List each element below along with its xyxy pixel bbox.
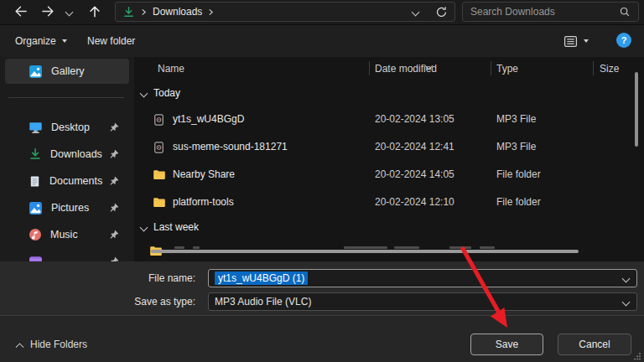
column-separator[interactable] [593, 61, 594, 75]
save-as-type-label: Save as type: [0, 292, 195, 311]
sidebar-divider [8, 97, 124, 98]
help-button[interactable]: ? [616, 33, 631, 48]
file-name: Nearby Share [173, 161, 235, 189]
refresh-icon[interactable] [435, 6, 448, 18]
column-header-date-modified[interactable]: Date modified [375, 57, 437, 80]
horizontal-scrollbar[interactable] [151, 250, 579, 253]
file-name-input[interactable]: yt1s_wU4BGgD (1) [208, 269, 637, 287]
content-area: Gallery Desktop Downloads [0, 57, 644, 261]
address-bar[interactable]: Downloads [115, 2, 455, 22]
change-view-button[interactable] [557, 31, 595, 51]
file-type: MP3 File [496, 106, 536, 133]
chevron-down-icon [65, 8, 73, 16]
up-icon [87, 4, 102, 19]
organize-button[interactable]: Organize [8, 31, 74, 51]
file-row[interactable]: yt1s_wU4BGgD 20-02-2024 13:05 MP3 File [134, 106, 644, 133]
gallery-icon [29, 65, 43, 79]
column-header-type[interactable]: Type [496, 57, 518, 80]
sidebar-item-label: Desktop [51, 122, 90, 133]
new-folder-button[interactable]: New folder [80, 31, 142, 51]
search-icon[interactable] [619, 6, 631, 18]
cancel-button-label: Cancel [579, 339, 610, 350]
pin-icon [109, 122, 119, 132]
chevron-down-icon[interactable] [622, 275, 631, 283]
caret-down-icon [62, 39, 67, 43]
folder-icon [153, 168, 166, 182]
column-separator[interactable] [369, 61, 370, 75]
sidebar-item-label: Documents [49, 175, 102, 187]
dialog-footer: Hide Folders Save Cancel [0, 315, 644, 362]
breadcrumb-chevron-icon[interactable] [207, 8, 215, 16]
file-date-modified: 20-02-2024 14:05 [375, 161, 454, 189]
sidebar-item-pictures[interactable]: Pictures [5, 196, 129, 220]
mp3-file-icon [153, 113, 165, 126]
forward-button[interactable] [37, 2, 59, 22]
file-row[interactable]: sus-meme-sound-181271 20-02-2024 12:41 M… [134, 133, 644, 161]
clipped-text [193, 246, 200, 249]
address-dropdown-icon[interactable] [412, 8, 420, 16]
chevron-down-icon[interactable] [622, 298, 631, 307]
pin-icon [109, 230, 119, 240]
navigation-bar: Downloads Search Downloads [0, 0, 644, 25]
breadcrumb-chevron-icon [140, 8, 148, 16]
videos-icon [29, 255, 43, 262]
pin-icon [109, 203, 119, 213]
breadcrumb-downloads[interactable]: Downloads [153, 6, 202, 18]
file-name-value: yt1s_wU4BGgD (1) [215, 272, 308, 285]
clipped-text [394, 246, 419, 249]
column-header-name[interactable]: Name [158, 57, 184, 80]
clipped-text [344, 246, 387, 249]
sidebar-item-gallery[interactable]: Gallery [5, 59, 129, 84]
sidebar-item-label: Downloads [50, 148, 102, 160]
clipped-text [174, 246, 184, 249]
pin-icon [109, 176, 119, 186]
pin-icon [109, 149, 119, 159]
up-button[interactable] [84, 2, 106, 22]
caret-down-icon [584, 39, 589, 43]
sidebar-item-label: Pictures [51, 202, 89, 214]
forward-icon [40, 4, 55, 19]
file-row[interactable]: Nearby Share 20-02-2024 14:05 File folde… [134, 161, 644, 189]
chevron-up-icon [16, 343, 24, 351]
list-view-icon [564, 34, 578, 49]
music-icon [29, 228, 42, 241]
sidebar-item-downloads[interactable]: Downloads [5, 142, 129, 166]
group-header-today[interactable]: Today [134, 80, 644, 106]
file-row[interactable]: platform-tools 20-02-2024 12:10 File fol… [134, 189, 644, 216]
resize-grip[interactable] [632, 351, 641, 360]
sidebar-item-videos-partial[interactable] [5, 250, 129, 261]
save-as-type-select[interactable]: MP3 Audio File (VLC) [208, 292, 637, 311]
sidebar-item-label: Music [50, 229, 78, 240]
sidebar-item-desktop[interactable]: Desktop [5, 116, 129, 139]
navigation-pane: Gallery Desktop Downloads [0, 57, 134, 261]
cancel-button[interactable]: Cancel [558, 334, 631, 355]
group-header-last-week[interactable]: Last week [134, 216, 644, 238]
mp3-file-icon [153, 141, 165, 153]
file-list: Name Date modified Type Size Today yt1s_… [134, 57, 644, 261]
search-box[interactable]: Search Downloads [462, 2, 639, 22]
pictures-icon [29, 201, 43, 215]
folder-icon [153, 196, 166, 209]
file-type: MP3 File [496, 133, 536, 161]
command-toolbar: Organize New folder ? [0, 25, 644, 57]
downloads-folder-icon [122, 6, 135, 18]
vertical-scrollbar[interactable] [635, 72, 638, 147]
clipped-text [449, 246, 471, 249]
file-name: yt1s_wU4BGgD [173, 106, 244, 133]
chevron-down-icon [140, 89, 148, 97]
column-separator[interactable] [491, 61, 491, 75]
recent-locations-button[interactable] [60, 2, 77, 22]
clipped-text [480, 246, 495, 249]
file-name: platform-tools [173, 189, 234, 216]
help-icon: ? [621, 35, 627, 45]
column-header-size[interactable]: Size [600, 57, 619, 80]
file-type: File folder [496, 189, 541, 216]
desktop-icon [29, 121, 43, 135]
hide-folders-button[interactable]: Hide Folders [17, 339, 87, 350]
sidebar-item-documents[interactable]: Documents [5, 169, 129, 193]
sidebar-item-music[interactable]: Music [5, 223, 129, 246]
downloads-icon [29, 147, 42, 161]
file-date-modified: 20-02-2024 13:05 [375, 106, 454, 133]
back-button[interactable] [10, 2, 32, 22]
save-button[interactable]: Save [470, 334, 543, 355]
